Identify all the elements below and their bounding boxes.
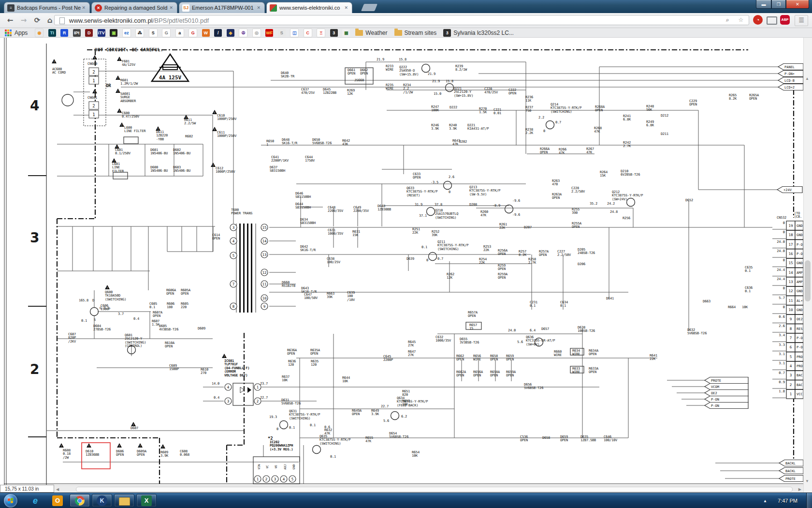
bookmark-favicon-paw[interactable]: ⁂ (135, 29, 144, 37)
chrome-menu-icon[interactable]: ☰ (795, 15, 808, 26)
taskbar-item-keepass[interactable]: K (92, 494, 112, 507)
browser-tab[interactable]: SJEmerson A17F8MPW-001✕ (179, 2, 265, 13)
tab-close-icon[interactable]: ✕ (256, 5, 261, 10)
svg-text:4: 4 (232, 239, 235, 243)
cast-extension-icon[interactable] (767, 16, 777, 25)
bookmark-favicon-bag[interactable]: ◆ (227, 29, 234, 37)
schematic-label: SA601 SURGE ABSORBER (120, 92, 136, 103)
schematic-label: D610 1ZB36BB (86, 450, 99, 457)
schematic-label: 22.7 (381, 405, 389, 408)
bookmark-item[interactable]: 3Sylvania lc320ss2 LC... (443, 29, 514, 37)
tab-close-icon[interactable]: ✕ (81, 5, 87, 10)
tray-expand-icon[interactable]: ▲ (763, 499, 767, 503)
vertical-scrollbar[interactable]: ▲ ▼ (803, 38, 812, 493)
bookmark-favicon-d[interactable]: D (85, 29, 93, 37)
taskbar-item-explorer[interactable] (114, 494, 134, 507)
browser-tab[interactable]: www.serwis-elektroniki.co✕ (266, 2, 352, 13)
bookmark-favicon-amazon[interactable]: a (175, 29, 184, 37)
bookmark-favicon-c-red[interactable]: C (304, 29, 312, 37)
bookmark-folder[interactable]: Stream sites (394, 30, 437, 36)
bookmark-favicon-robot[interactable]: ▣ (110, 29, 117, 37)
tab-close-icon[interactable]: ✕ (343, 5, 349, 10)
bookmark-favicon-eztv[interactable]: ez (122, 29, 131, 37)
svg-text:PROTE: PROTE (711, 379, 721, 383)
taskbar-item-outlook[interactable]: O (47, 494, 68, 507)
new-tab-button[interactable] (361, 4, 377, 11)
adblock-plus-extension-icon[interactable]: ABP (780, 15, 790, 25)
taskbar-item-chrome[interactable] (70, 494, 90, 507)
zoom-search-icon[interactable]: ⌕ (723, 15, 732, 24)
schematic-label: 2.2 (538, 116, 544, 120)
schematic-label: 165.8 (79, 299, 88, 302)
show-desktop-button[interactable] (806, 493, 812, 508)
scroll-down-icon[interactable]: ▼ (805, 479, 809, 483)
outlook-icon: O (52, 495, 63, 506)
schematic-label: C600 0.47/250V (122, 112, 139, 119)
bookmark-folder[interactable]: Weather (355, 30, 387, 36)
bookmark-favicon-itv[interactable]: iTV (98, 29, 105, 37)
horizontal-scroll-thumb[interactable] (76, 487, 793, 492)
close-button[interactable]: ✕ (786, 0, 809, 9)
apps-grid-icon (5, 30, 12, 36)
bookmark-star-icon[interactable]: ☆ (737, 15, 745, 24)
bookmark-favicon-swan[interactable]: S (149, 29, 158, 37)
schematic-label: R659A OPEN (506, 371, 516, 378)
reload-button[interactable]: ⟳ (31, 15, 44, 26)
schematic-label: 31.9 (415, 203, 422, 207)
browser-tab[interactable]: ≡Badcaps Forums - Post Ne✕ (4, 2, 90, 13)
schematic-label: Q636 KTC3195-GR-AT/P (SW+6V) (526, 336, 555, 346)
horizontal-scrollbar[interactable]: ◀ ▶ (54, 485, 803, 493)
schematic-label: 15.8 (446, 80, 453, 83)
svg-text:LCD-B: LCD-B (784, 79, 795, 83)
browser-tab[interactable]: ✕Repairing a damaged Sold✕ (91, 2, 177, 13)
schematic-label: D603 1N5406-BU (173, 166, 190, 173)
taskbar-item-excel[interactable]: X (136, 494, 157, 507)
bookmark-favicon-w-orange[interactable]: W (202, 29, 210, 37)
bookmark-favicon-ti[interactable]: TI (48, 29, 56, 37)
bookmark-favicon-e-red[interactable]: Ξ (317, 29, 325, 37)
bookmark-favicon-three: 3 (443, 29, 451, 37)
bookmark-favicon-slash[interactable]: / (214, 29, 222, 37)
scroll-up-icon[interactable]: ▲ (805, 76, 809, 81)
schematic-label: R611 2.2/5W (184, 119, 196, 126)
ic202-pin-label: VO (275, 465, 277, 468)
schematic-label: R635A OPEN (310, 349, 320, 356)
schematic-label: C634 0.1 (560, 301, 568, 308)
bookmark-favicon-ring[interactable]: ◎ (252, 29, 261, 37)
back-button[interactable]: ← (4, 15, 16, 26)
schematic-label: D637 SB3150BH (270, 166, 285, 173)
restore-button[interactable]: ❐ (771, 0, 786, 9)
bookmark-favicon-three[interactable]: 3 (330, 29, 338, 37)
taskbar-clock[interactable]: 7:47 PM (778, 498, 798, 504)
minimize-button[interactable]: ▬ (756, 0, 771, 9)
taskbar-item-internet-explorer[interactable]: e (25, 494, 45, 507)
bookmark-favicon-s-gray[interactable]: S (278, 29, 286, 37)
explorer-icon (119, 497, 130, 506)
start-button[interactable] (4, 494, 17, 508)
bookmark-favicon-peace[interactable]: ☮ (239, 29, 247, 37)
apps-shortcut[interactable]: Apps (5, 30, 29, 36)
schematic-label: R252 39K (432, 230, 439, 238)
bookmark-favicon-window[interactable]: ◫ (290, 29, 299, 37)
scroll-left-icon[interactable]: ◀ (56, 487, 59, 492)
forward-button[interactable]: → (17, 15, 30, 26)
vertical-scroll-thumb[interactable] (805, 260, 811, 301)
bookmark-favicon-r[interactable]: R (60, 29, 68, 37)
svg-text:10: 10 (262, 296, 267, 300)
schematic-label: R656A OPEN (473, 371, 483, 378)
tab-close-icon[interactable]: ✕ (168, 5, 174, 10)
bookmark-favicon-g-gray[interactable]: G (162, 29, 171, 37)
bookmark-favicon-g-red[interactable]: G (188, 29, 197, 37)
svg-text:14: 14 (788, 270, 793, 275)
bookmark-favicon-image[interactable]: ▦ (342, 29, 350, 37)
bookmark-favicon-donut[interactable]: ◉ (35, 29, 44, 37)
scroll-right-icon[interactable]: ▶ (798, 487, 801, 492)
schematic-label: R257 8.2K (519, 250, 526, 257)
bookmark-favicon-ipt[interactable]: IPt (73, 29, 81, 37)
bookmark-favicon-wf[interactable]: WF (265, 29, 273, 37)
schematic-label: R658A OPEN (490, 371, 500, 378)
address-bar[interactable]: www.serwis-elektroniki.com.pl/BPS/pdf/et… (54, 15, 749, 25)
popup-blocker-extension-icon[interactable]: ◔ (753, 15, 763, 25)
svg-text:1: 1 (257, 385, 259, 389)
schematic-label: R664 (728, 306, 736, 309)
